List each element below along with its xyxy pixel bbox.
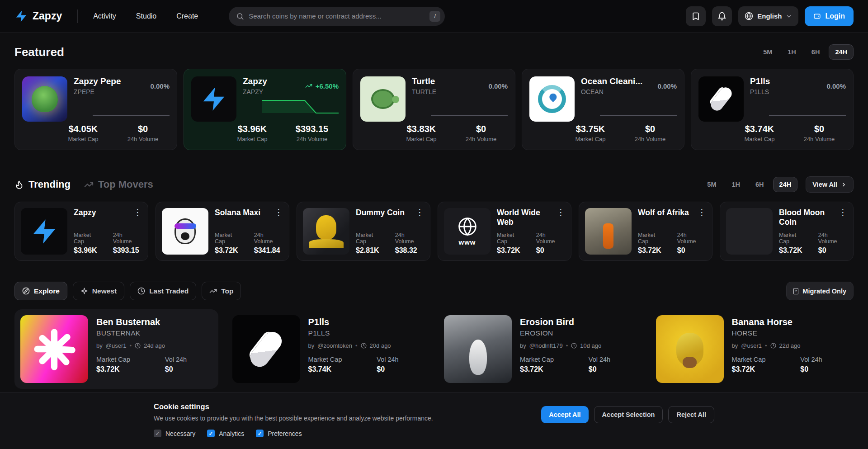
trend-up-icon (84, 180, 94, 189)
timeframe-5m[interactable]: 5M (757, 44, 778, 60)
flame-icon (14, 180, 24, 189)
filter-newest[interactable]: Newest (73, 282, 124, 300)
zap-logo-icon (14, 9, 28, 23)
chevron-right-icon (841, 182, 847, 188)
trending-cards-row: Zapzy ⋮ Market Cap $3.96K 24h Volume $39… (14, 202, 854, 261)
market-cap-label: Market Cap (395, 136, 448, 142)
accept-all-button[interactable]: Accept All (541, 406, 588, 423)
author-handle[interactable]: @user1 (106, 342, 127, 349)
volume-value: $0 (677, 246, 706, 255)
flat-dash-icon: — (478, 82, 485, 90)
kebab-menu-icon[interactable]: ⋮ (698, 208, 706, 217)
featured-card-zapzy-pepe[interactable]: Zapzy Pepe ZPEPE — 0.00% $ (14, 69, 177, 150)
timeframe-24h-selected[interactable]: 24H (829, 44, 854, 60)
explore-section: Explore Newest Last Traded Top (14, 282, 854, 389)
volume-value: $393.15 (285, 124, 339, 134)
author-handle[interactable]: @hodlnft179 (529, 342, 563, 349)
migrated-only-toggle[interactable]: ? Migrated Only (786, 282, 854, 300)
nav-link-studio[interactable]: Studio (136, 12, 156, 20)
filter-last-traded[interactable]: Last Traded (130, 282, 196, 300)
tab-top-movers[interactable]: Top Movers (84, 179, 153, 190)
nav-actions: English Login (686, 6, 854, 26)
filter-explore[interactable]: Explore (14, 282, 67, 300)
coin-image (21, 208, 67, 255)
search-bar[interactable]: / (229, 7, 445, 26)
trending-card-wolf-of-afrika[interactable]: Wolf of Afrika ⋮ Market Cap $3.72K 24h V… (579, 202, 712, 261)
explore-card-banana-horse[interactable]: Banana Horse HORSE by @user1 • 22d ago M… (650, 309, 854, 389)
tab-trending[interactable]: Trending (14, 179, 71, 190)
coin-image (360, 76, 406, 122)
featured-card-ocean[interactable]: Ocean Cleani... OCEAN — 0.00% (522, 69, 684, 150)
volume-value: $38.32 (395, 246, 424, 255)
kebab-menu-icon[interactable]: ⋮ (557, 208, 565, 227)
byline: by @zoomtoken • 20d ago (308, 342, 425, 349)
explore-card-erosion-bird[interactable]: Erosion Bird EROSION by @hodlnft179 • 10… (438, 309, 642, 389)
timeframe-5m[interactable]: 5M (701, 177, 722, 192)
featured-card-p1lls[interactable]: P1lls P1LLS — 0.00% $3.74K (691, 69, 854, 150)
age: 24d ago (144, 342, 165, 349)
featured-card-zapzy[interactable]: Zapzy ZAPZY +6.50% (184, 69, 346, 150)
checkbox-analytics[interactable]: ✓ Analytics (207, 430, 244, 437)
coin-image (444, 315, 512, 383)
language-selector[interactable]: English (738, 6, 798, 26)
coin-image: www (444, 208, 491, 255)
volume-value: $0 (165, 365, 212, 373)
cookie-actions: Accept All Accept Selection Reject All (541, 406, 714, 437)
volume-value: $0 (377, 365, 424, 373)
kebab-menu-icon[interactable]: ⋮ (133, 208, 142, 217)
market-cap-label: Market Cap (57, 136, 110, 142)
timeframe-1h[interactable]: 1H (781, 44, 802, 60)
timeframe-6h[interactable]: 6H (805, 44, 826, 60)
author-handle[interactable]: @zoomtoken (317, 342, 352, 349)
trending-card-solana-maxi[interactable]: Solana Maxi ⋮ Market Cap $3.72K 24h Volu… (156, 202, 289, 261)
filter-top[interactable]: Top (202, 282, 241, 300)
view-all-button[interactable]: View All (806, 176, 854, 193)
trending-card-world-wide-web[interactable]: www World Wide Web ⋮ Market Cap $3.72K 2… (438, 202, 571, 261)
kebab-menu-icon[interactable]: ⋮ (839, 208, 847, 227)
clock-icon (770, 343, 776, 349)
cookie-checkboxes: ✓ Necessary ✓ Analytics ✓ Preferences (154, 430, 433, 437)
author-handle[interactable]: @user1 (741, 342, 762, 349)
wallet-icon (813, 12, 821, 20)
volume-label: 24h Volume (793, 136, 846, 142)
notifications-button[interactable] (712, 6, 732, 26)
checkbox-preferences[interactable]: ✓ Preferences (256, 430, 302, 437)
market-cap-value: $3.74K (308, 365, 377, 373)
price-change: — 0.00% (647, 76, 677, 95)
explore-card-p1lls[interactable]: P1lls P1LLS by @zoomtoken • 20d ago Mark… (226, 309, 430, 389)
reject-all-button[interactable]: Reject All (668, 406, 714, 423)
market-cap-label: Market Cap (733, 136, 786, 142)
kebab-menu-icon[interactable]: ⋮ (415, 208, 424, 217)
login-button[interactable]: Login (805, 6, 854, 26)
nav-link-activity[interactable]: Activity (93, 12, 116, 20)
market-cap-value: $3.74K (733, 124, 786, 134)
explore-card-ben-busternak[interactable]: Ben Busternak BUSTERNAK by @user1 • 24d … (14, 309, 218, 389)
timeframe-1h[interactable]: 1H (725, 177, 746, 192)
sparkline-flat (769, 112, 846, 118)
kebab-menu-icon[interactable]: ⋮ (274, 208, 283, 217)
volume-label: 24h Volume (285, 136, 339, 142)
trending-card-blood-moon-coin[interactable]: Blood Moon Coin ⋮ Market Cap $3.72K 24h … (720, 202, 854, 261)
search-input[interactable] (249, 12, 425, 20)
trending-card-zapzy[interactable]: Zapzy ⋮ Market Cap $3.96K 24h Volume $39… (14, 202, 148, 261)
volume-value: $0 (454, 124, 508, 134)
coin-image (303, 208, 349, 255)
checkbox-necessary[interactable]: ✓ Necessary (154, 430, 195, 437)
volume-value: $0 (589, 365, 636, 373)
volume-value: $0 (536, 246, 565, 255)
featured-card-turtle[interactable]: Turtle TURTLE — 0.00% $3.8 (353, 69, 515, 150)
coin-image (726, 208, 773, 255)
bell-icon (717, 12, 726, 21)
volume-label: 24h Volume (454, 136, 508, 142)
trending-card-dummy-coin[interactable]: Dummy Coin ⋮ Market Cap $2.81K 24h Volum… (297, 202, 430, 261)
brand-logo[interactable]: Zapzy (14, 9, 62, 23)
byline: by @user1 • 22d ago (732, 342, 848, 349)
flat-dash-icon: — (816, 82, 823, 90)
price-change: — 0.00% (816, 76, 846, 95)
timeframe-6h[interactable]: 6H (749, 177, 770, 192)
search-shortcut-key: / (429, 11, 440, 22)
timeframe-24h-selected[interactable]: 24H (773, 177, 798, 192)
nav-link-create[interactable]: Create (176, 12, 198, 20)
bookmark-button[interactable] (686, 6, 706, 26)
accept-selection-button[interactable]: Accept Selection (594, 406, 663, 423)
